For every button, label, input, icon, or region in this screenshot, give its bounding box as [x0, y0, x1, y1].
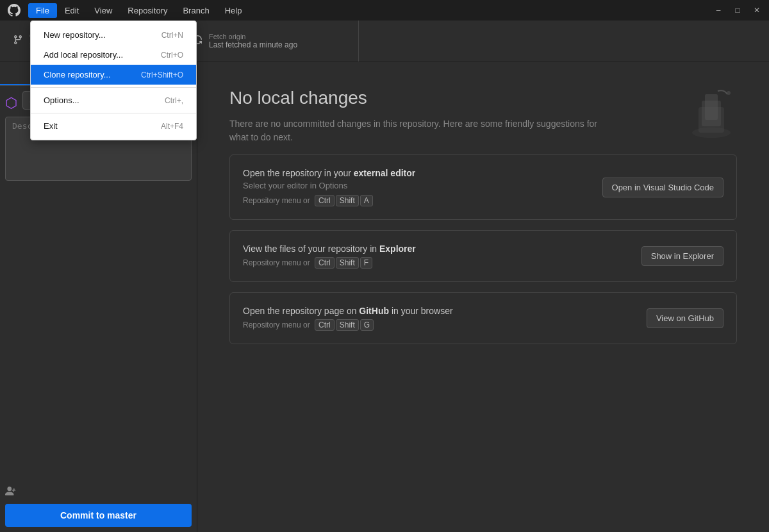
- card-editor-text: Open the repository in your external edi…: [243, 168, 415, 206]
- commit-button[interactable]: Commit to master: [5, 504, 192, 527]
- commit-area: ⬡: [0, 86, 197, 480]
- menu-branch[interactable]: Branch: [175, 3, 217, 18]
- options-link[interactable]: Options: [319, 181, 348, 190]
- title-bar: File Edit View Repository Branch Help – …: [0, 0, 769, 21]
- fetch-info: Fetch origin Last fetched a minute ago: [209, 33, 297, 49]
- menu-item-add-local[interactable]: Add local repository... Ctrl+O: [31, 45, 196, 65]
- open-editor-button[interactable]: Open in Visual Studio Code: [602, 178, 724, 197]
- menu-item-exit[interactable]: Exit Alt+F4: [31, 116, 196, 136]
- minimize-button[interactable]: –: [714, 6, 723, 15]
- card-explorer-shortcut: Repository menu or Ctrl Shift F: [243, 257, 372, 269]
- main-content: No local changes There are no uncommitte…: [197, 62, 769, 532]
- menu-edit[interactable]: Edit: [57, 3, 87, 18]
- svg-point-0: [692, 128, 731, 138]
- menu-item-clone-repo[interactable]: Clone repository... Ctrl+Shift+O: [31, 65, 196, 85]
- no-changes-description: There are no uncommitted changes in this…: [229, 117, 601, 144]
- card-explorer-text: View the files of your repository in Exp…: [243, 244, 416, 269]
- github-logo-icon: [8, 4, 21, 17]
- file-dropdown-menu: New repository... Ctrl+N Add local repos…: [30, 21, 197, 140]
- card-explorer: View the files of your repository in Exp…: [229, 230, 737, 282]
- card-editor-shortcut: Repository menu or Ctrl Shift A: [243, 195, 373, 206]
- card-editor: Open the repository in your external edi…: [229, 154, 737, 220]
- menu-file[interactable]: File: [28, 3, 57, 18]
- branch-icon: [13, 35, 23, 48]
- show-explorer-button[interactable]: Show in Explorer: [641, 246, 724, 266]
- view-on-github-button[interactable]: View on GitHub: [647, 308, 724, 328]
- menu-repository[interactable]: Repository: [120, 3, 175, 18]
- menu-view[interactable]: View: [87, 3, 120, 18]
- svg-rect-1: [699, 107, 724, 133]
- menu-item-new-repo[interactable]: New repository... Ctrl+N: [31, 25, 196, 45]
- menu-bar: File Edit View Repository Branch Help: [28, 3, 714, 18]
- window-controls: – □ ✕: [714, 6, 761, 15]
- menu-separator: [31, 87, 196, 88]
- coauthor-button[interactable]: [5, 485, 23, 500]
- close-button[interactable]: ✕: [752, 6, 761, 15]
- no-changes-title: No local changes: [229, 88, 737, 108]
- menu-separator-2: [31, 113, 196, 113]
- commit-avatar-icon: ⬡: [5, 95, 17, 112]
- fetch-origin-section[interactable]: Fetch origin Last fetched a minute ago: [179, 21, 359, 62]
- sidebar-footer: Commit to master: [0, 480, 197, 532]
- menu-help[interactable]: Help: [217, 3, 250, 18]
- maximize-button[interactable]: □: [733, 6, 742, 15]
- card-github-text: Open the repository page on GitHub in yo…: [243, 306, 453, 331]
- card-github-shortcut: Repository menu or Ctrl Shift G: [243, 319, 374, 331]
- menu-item-options[interactable]: Options... Ctrl+,: [31, 90, 196, 110]
- card-github: Open the repository page on GitHub in yo…: [229, 292, 737, 344]
